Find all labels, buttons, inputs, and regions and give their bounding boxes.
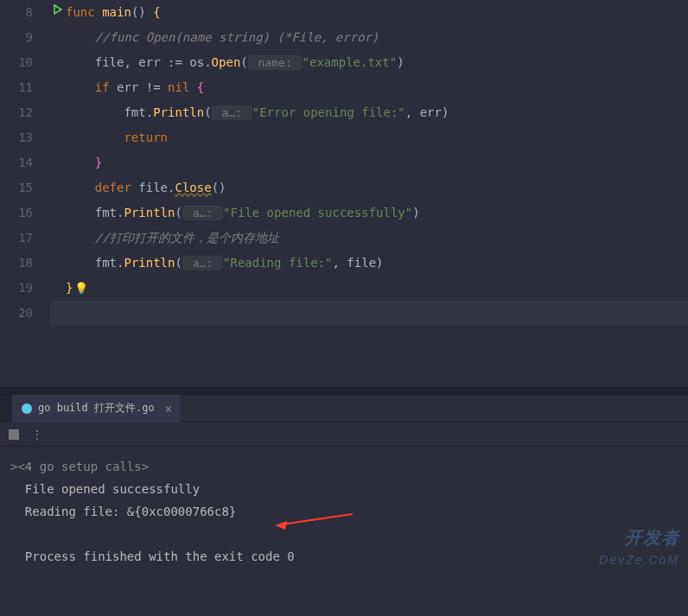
terminal-panel: go build 打开文件.go × ⋮ ><4 go setup calls>… [0,395,688,616]
stop-icon[interactable] [9,429,19,440]
bulb-icon[interactable]: 💡 [74,276,88,301]
console-output[interactable]: ><4 go setup calls> File opened successf… [0,447,688,576]
close-icon[interactable]: × [165,402,172,416]
line-number[interactable]: 19 [0,276,43,301]
line-number[interactable]: 20 [0,301,43,326]
terminal-tab-bar: go build 打开文件.go × [0,395,688,422]
code-editor: 8 9 10 11 12 13 14 15 16 17 18 19 20 fun… [0,0,688,387]
tab-handle[interactable] [0,395,12,422]
code-content[interactable]: func main() { //func Open(name string) (… [50,0,688,387]
line-gutter: 8 9 10 11 12 13 14 15 16 17 18 19 20 [0,0,50,387]
line-number[interactable]: 12 [0,100,43,125]
line-number[interactable]: 18 [0,251,43,276]
terminal-toolbar: ⋮ [0,422,688,447]
line-number[interactable]: 8 [0,0,43,25]
annotation-arrow [275,512,353,531]
more-icon[interactable]: ⋮ [31,428,43,441]
tab-label: go build 打开文件.go [38,401,155,416]
console-line: File opened successfully [10,478,678,500]
console-line: Process finished with the exit code 0 [10,545,678,568]
line-number[interactable]: 14 [0,150,43,175]
line-number[interactable]: 17 [0,225,43,251]
line-number[interactable]: 13 [0,125,43,150]
line-number[interactable]: 11 [0,75,43,100]
line-number[interactable]: 9 [0,25,43,50]
line-number[interactable]: 15 [0,175,43,200]
line-number[interactable]: 10 [0,50,43,75]
terminal-tab[interactable]: go build 打开文件.go × [12,395,181,422]
console-line: ><4 go setup calls> [10,455,678,478]
svg-point-0 [22,403,32,414]
line-number[interactable]: 16 [0,200,43,225]
go-icon [21,403,33,415]
watermark: 开发者 DevZe.CoM [599,526,679,571]
svg-line-1 [282,514,353,524]
